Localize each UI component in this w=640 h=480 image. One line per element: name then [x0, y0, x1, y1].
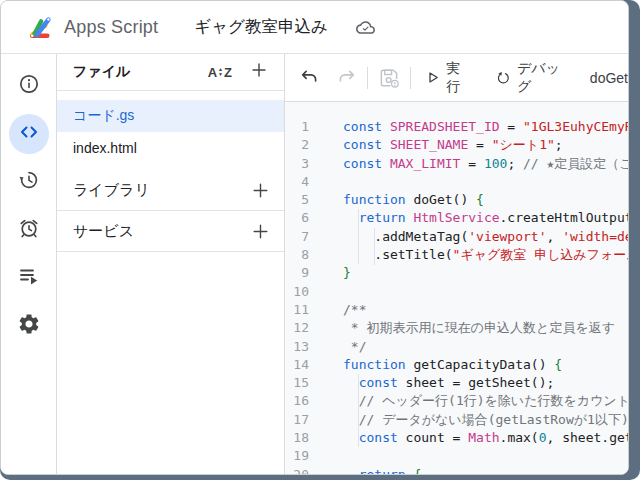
redo-icon	[335, 67, 357, 89]
indent-guide	[358, 374, 359, 447]
line-number: 3	[285, 155, 309, 173]
app-name: Apps Script	[64, 17, 158, 38]
code-editor[interactable]: 1const SPREADSHEET_ID = "1GL3EuhyCEmyR2c…	[285, 102, 628, 474]
debug-label: デバッグ	[517, 60, 564, 96]
rail-executions-button[interactable]	[9, 258, 49, 298]
files-panel-title: ファイル	[73, 63, 130, 81]
code-line: 8 .setTitle("ギャグ教室 申し込みフォーム	[285, 246, 628, 264]
redo-button[interactable]	[335, 67, 357, 89]
line-number: 20	[285, 466, 309, 474]
apps-script-window: Apps Script ギャグ教室申込み	[0, 0, 629, 475]
line-number: 15	[285, 374, 309, 392]
line-number: 19	[285, 447, 309, 465]
rail-overview-button[interactable]	[9, 66, 49, 106]
function-selector-value: doGet	[590, 70, 628, 86]
section-libraries: ライブラリ	[57, 170, 284, 211]
code-line: 16 // ヘッダー行(1行)を除いた行数をカウント	[285, 392, 628, 410]
rail-history-button[interactable]	[9, 162, 49, 202]
line-number: 11	[285, 301, 309, 319]
code-line: 4	[285, 173, 628, 191]
history-icon	[17, 168, 41, 196]
indent-guide	[374, 228, 375, 265]
file-item-code-gs[interactable]: コード.gs	[57, 100, 284, 132]
file-name: index.html	[73, 140, 137, 156]
files-panel-header: ファイル A▲▼Z	[57, 54, 284, 91]
line-number: 1	[285, 118, 309, 136]
line-number: 7	[285, 228, 309, 246]
undo-icon	[299, 67, 321, 89]
code-line: 6 return HtmlService.createHtmlOutput	[285, 209, 628, 227]
code-line: 1const SPREADSHEET_ID = "1GL3EuhyCEmyR	[285, 118, 628, 136]
gear-icon	[17, 312, 41, 340]
editor-pane: 実行 デバッグ doGet	[285, 54, 628, 474]
line-number: 8	[285, 246, 309, 264]
info-icon	[17, 72, 41, 100]
line-number: 12	[285, 319, 309, 337]
play-icon	[425, 68, 440, 87]
code-line: 5function doGet() {	[285, 191, 628, 209]
code-lines: 1const SPREADSHEET_ID = "1GL3EuhyCEmyR2c…	[285, 118, 628, 474]
rail-triggers-button[interactable]	[9, 210, 49, 250]
code-line: 12 * 初期表示用に現在の申込人数と定員を返す	[285, 319, 628, 337]
line-number: 18	[285, 429, 309, 447]
line-number: 9	[285, 264, 309, 282]
code-line: 2const SHEET_NAME = "シート1";	[285, 136, 628, 154]
nav-rail	[1, 54, 57, 474]
indent-guide	[358, 209, 359, 264]
line-number: 10	[285, 283, 309, 301]
apps-script-logo-icon	[27, 14, 54, 41]
line-number: 13	[285, 338, 309, 356]
code-line: 3const MAX_LIMIT = 100; // ★定員設定（この	[285, 155, 628, 173]
rail-settings-button[interactable]	[9, 306, 49, 346]
rail-editor-button[interactable]	[9, 114, 49, 154]
libraries-label: ライブラリ	[73, 181, 150, 200]
code-line: 11/**	[285, 301, 628, 319]
undo-button[interactable]	[299, 67, 321, 89]
code-line: 19	[285, 447, 628, 465]
cloud-done-icon	[356, 18, 375, 37]
code-icon	[17, 120, 41, 148]
save-icon	[378, 67, 400, 89]
file-name: コード.gs	[73, 107, 134, 125]
code-line: 20 return {	[285, 466, 628, 474]
run-button[interactable]: 実行	[425, 60, 469, 96]
run-label: 実行	[446, 60, 469, 96]
code-line: 10	[285, 283, 628, 301]
project-title[interactable]: ギャグ教室申込み	[194, 16, 328, 38]
services-label: サービス	[73, 222, 134, 241]
line-number: 4	[285, 173, 309, 191]
file-item-index-html[interactable]: index.html	[57, 132, 284, 164]
app-header: Apps Script ギャグ教室申込み	[1, 1, 628, 54]
window-frame: Apps Script ギャグ教室申込み	[0, 0, 640, 480]
function-selector[interactable]: doGet	[590, 70, 628, 86]
add-file-button[interactable]	[250, 61, 268, 83]
code-line: 9}	[285, 264, 628, 282]
add-service-button[interactable]	[251, 222, 270, 241]
line-number: 17	[285, 411, 309, 429]
line-number: 16	[285, 392, 309, 410]
executions-icon	[17, 264, 41, 292]
section-services: サービス	[57, 211, 284, 252]
app-body: ファイル A▲▼Z コード.gs index.html	[1, 54, 628, 474]
editor-toolbar: 実行 デバッグ doGet	[285, 54, 628, 102]
code-line: 13 */	[285, 338, 628, 356]
line-number: 2	[285, 136, 309, 154]
code-line: 17 // データがない場合(getLastRowが1以下)は	[285, 411, 628, 429]
sort-files-button[interactable]: A▲▼Z	[208, 65, 232, 80]
debug-button[interactable]: デバッグ	[495, 60, 564, 96]
code-line: 7 .addMetaTag('viewport', 'width=de	[285, 228, 628, 246]
code-line: 14function getCapacityData() {	[285, 356, 628, 374]
code-line: 18 const count = Math.max(0, sheet.get	[285, 429, 628, 447]
add-library-button[interactable]	[251, 181, 270, 200]
debug-icon	[495, 68, 511, 88]
files-panel: ファイル A▲▼Z コード.gs index.html	[57, 54, 285, 474]
line-number: 14	[285, 356, 309, 374]
code-line: 15 const sheet = getSheet();	[285, 374, 628, 392]
alarm-icon	[17, 216, 41, 244]
line-number: 5	[285, 191, 309, 209]
save-button[interactable]	[378, 67, 400, 89]
line-number: 6	[285, 209, 309, 227]
